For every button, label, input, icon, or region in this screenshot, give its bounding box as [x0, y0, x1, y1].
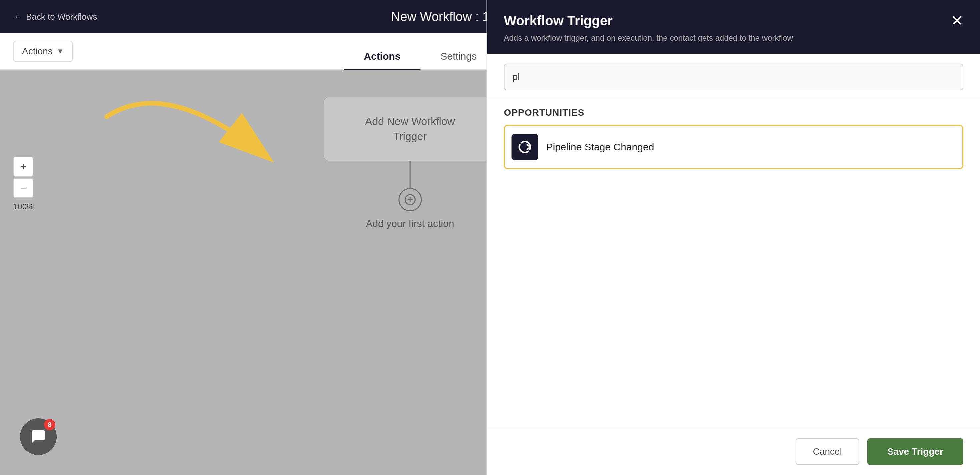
close-panel-button[interactable]: ✕	[951, 13, 963, 28]
zoom-controls: + − 100%	[13, 157, 34, 211]
chat-badge: 8	[44, 419, 55, 431]
zoom-out-button[interactable]: −	[13, 178, 33, 198]
panel-header-text: Workflow Trigger Adds a workflow trigger…	[504, 13, 793, 44]
zoom-in-button[interactable]: +	[13, 157, 33, 177]
back-arrow-icon: ←	[13, 11, 23, 22]
arrow-annotation	[67, 90, 333, 257]
panel-title: Workflow Trigger	[504, 13, 793, 29]
chat-icon	[30, 428, 47, 445]
search-input[interactable]	[504, 64, 963, 91]
zoom-level: 100%	[13, 202, 34, 211]
save-trigger-button[interactable]: Save Trigger	[867, 438, 963, 465]
chat-bubble-button[interactable]: 8	[20, 418, 57, 455]
pipeline-stage-changed-item[interactable]: Pipeline Stage Changed	[504, 125, 963, 169]
connector-line	[409, 161, 411, 188]
cancel-button[interactable]: Cancel	[795, 438, 859, 465]
actions-button[interactable]: Actions ▼	[13, 41, 73, 62]
plus-icon	[404, 194, 416, 206]
panel-search-area	[487, 54, 980, 97]
trigger-icon-container	[512, 133, 538, 160]
workflow-trigger-panel: Workflow Trigger Adds a workflow trigger…	[487, 0, 980, 475]
panel-subtitle: Adds a workflow trigger, and on executio…	[504, 32, 793, 44]
panel-footer: Cancel Save Trigger	[487, 428, 980, 475]
tab-actions[interactable]: Actions	[344, 44, 420, 70]
back-to-workflows-link[interactable]: ← Back to Workflows	[13, 11, 97, 22]
back-label: Back to Workflows	[26, 12, 97, 22]
section-opportunities-label: Opportunities	[504, 107, 963, 118]
add-action-button[interactable]	[398, 188, 422, 211]
tab-settings[interactable]: Settings	[420, 44, 496, 70]
chevron-down-icon: ▼	[57, 47, 64, 56]
add-action-text: Add your first action	[366, 218, 454, 229]
pipeline-stage-icon	[517, 140, 532, 154]
panel-content: Opportunities Pipeline Stage Changed	[487, 97, 980, 428]
panel-header: Workflow Trigger Adds a workflow trigger…	[487, 0, 980, 54]
trigger-item-label: Pipeline Stage Changed	[546, 141, 654, 153]
workflow-trigger-box[interactable]: Add New Workflow Trigger	[323, 97, 497, 161]
